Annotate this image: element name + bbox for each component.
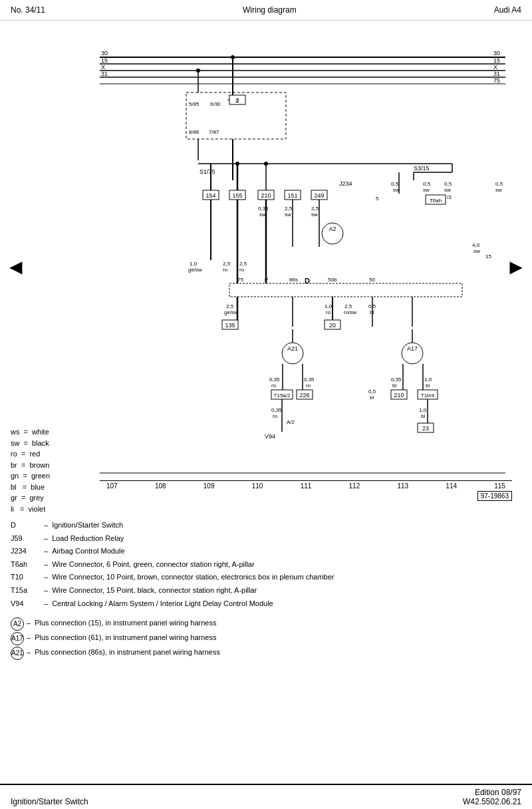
desc-J234: J234 – Airbag Control Module bbox=[11, 546, 521, 558]
desc-D: D – Ignition/Starter Switch bbox=[11, 520, 521, 532]
nav-arrow-right[interactable]: ► bbox=[505, 255, 527, 279]
svg-text:5: 5 bbox=[376, 196, 379, 202]
svg-text:7/87: 7/87 bbox=[209, 129, 219, 135]
svg-text:ge/sw: ge/sw bbox=[188, 267, 202, 273]
svg-text:0,5: 0,5 bbox=[368, 303, 376, 309]
footer-code: 97-19863 bbox=[481, 492, 509, 500]
svg-text:0,5: 0,5 bbox=[391, 181, 399, 187]
footer-edition: Edition 08/97 W42.5502.06.21 bbox=[463, 788, 521, 806]
svg-text:S3/15: S3/15 bbox=[414, 165, 430, 172]
svg-text:X: X bbox=[101, 64, 105, 71]
svg-text:A/2: A/2 bbox=[287, 419, 295, 425]
footer-title: Ignition/Starter Switch bbox=[11, 797, 88, 806]
svg-text:30: 30 bbox=[101, 50, 108, 57]
svg-text:210: 210 bbox=[261, 192, 271, 199]
svg-text:2,5: 2,5 bbox=[311, 206, 319, 212]
svg-text:1,0: 1,0 bbox=[325, 303, 332, 309]
svg-text:31: 31 bbox=[101, 71, 108, 77]
svg-text:50: 50 bbox=[369, 277, 375, 283]
desc-V94: V94 – Central Locking / Alarm System / I… bbox=[11, 598, 521, 610]
svg-text:ro/sw: ro/sw bbox=[344, 309, 356, 315]
color-legend: ws = white sw = black ro = red br = brow… bbox=[11, 426, 51, 513]
svg-text:bl: bl bbox=[370, 395, 374, 401]
svg-text:ro: ro bbox=[326, 309, 331, 315]
svg-text:ro: ro bbox=[223, 267, 228, 273]
svg-text:151: 151 bbox=[287, 192, 297, 199]
svg-text:0,35: 0,35 bbox=[271, 407, 282, 413]
desc-A2: A2 – Plus connection (15), in instrument… bbox=[11, 617, 521, 631]
svg-text:T10/4: T10/4 bbox=[421, 393, 435, 399]
svg-text:86s: 86s bbox=[289, 277, 298, 283]
svg-rect-87 bbox=[229, 283, 462, 297]
car-model: Audi A4 bbox=[494, 5, 521, 15]
svg-text:1,0: 1,0 bbox=[419, 407, 427, 413]
svg-text:226: 226 bbox=[299, 392, 309, 399]
footer-num-109: 109 bbox=[203, 482, 215, 490]
svg-text:75: 75 bbox=[237, 277, 243, 283]
svg-point-53 bbox=[235, 162, 239, 166]
svg-text:S1/75: S1/75 bbox=[200, 168, 215, 175]
svg-text:2,5: 2,5 bbox=[285, 206, 293, 212]
svg-text:0,5: 0,5 bbox=[495, 181, 503, 187]
svg-text:bl: bl bbox=[370, 309, 374, 315]
footer-num-112: 112 bbox=[349, 482, 360, 490]
svg-text:15: 15 bbox=[493, 57, 500, 64]
svg-text:75: 75 bbox=[493, 77, 500, 84]
svg-text:A21: A21 bbox=[287, 345, 298, 352]
svg-point-25 bbox=[196, 69, 200, 73]
diagram-area: ◄ ► 30 30 15 15 X X 31 31 75 J59 2 5/85 … bbox=[0, 21, 532, 513]
svg-text:210: 210 bbox=[394, 392, 404, 399]
svg-text:ro: ro bbox=[273, 413, 278, 419]
svg-text:V94: V94 bbox=[265, 433, 275, 440]
desc-T15a: T15a – Wire Connector, 15 Point, black, … bbox=[11, 585, 521, 597]
nav-arrow-left[interactable]: ◄ bbox=[5, 255, 27, 279]
svg-text:1,0: 1,0 bbox=[424, 377, 432, 383]
svg-text:249: 249 bbox=[314, 192, 324, 199]
svg-text:X: X bbox=[493, 64, 497, 71]
svg-text:sw: sw bbox=[444, 187, 451, 193]
svg-text:0,5: 0,5 bbox=[444, 181, 452, 187]
footer-num-107: 107 bbox=[106, 482, 118, 490]
svg-text:8/86: 8/86 bbox=[189, 129, 200, 135]
footer-num-108: 108 bbox=[155, 482, 166, 490]
diagram-title: Wiring diagram bbox=[243, 5, 297, 15]
svg-text:30: 30 bbox=[493, 50, 500, 57]
svg-text:6/30: 6/30 bbox=[210, 101, 221, 107]
svg-point-23 bbox=[231, 55, 235, 59]
desc-T6ah: T6ah – Wire Connector, 6 Point, green, c… bbox=[11, 559, 521, 571]
svg-text:31: 31 bbox=[493, 71, 500, 77]
svg-text:0,5: 0,5 bbox=[368, 389, 376, 395]
svg-text:ro: ro bbox=[271, 383, 277, 389]
svg-text:15: 15 bbox=[101, 57, 108, 64]
svg-text:50b: 50b bbox=[328, 277, 337, 283]
svg-text:2,5: 2,5 bbox=[226, 303, 234, 309]
component-descriptions: D – Ignition/Starter Switch J59 – Load R… bbox=[0, 513, 532, 668]
svg-text:sw: sw bbox=[393, 187, 400, 193]
svg-text:4,0: 4,0 bbox=[472, 242, 480, 248]
page-header: No. 34/11 Wiring diagram Audi A4 bbox=[0, 0, 532, 21]
svg-text:2,5: 2,5 bbox=[239, 261, 247, 267]
svg-text:sw: sw bbox=[423, 187, 430, 193]
desc-T10: T10 – Wire Connector, 10 Point, brown, c… bbox=[11, 571, 521, 583]
svg-point-54 bbox=[264, 162, 268, 166]
svg-text:0,35: 0,35 bbox=[269, 377, 280, 383]
svg-text:bl: bl bbox=[392, 383, 396, 389]
svg-text:A2: A2 bbox=[329, 226, 336, 232]
desc-J59: J59 – Load Reduction Relay bbox=[11, 533, 521, 545]
footer-num-113: 113 bbox=[397, 482, 408, 490]
svg-text:135: 135 bbox=[225, 322, 235, 329]
diagram-number: No. 34/11 bbox=[11, 5, 45, 15]
svg-text:15: 15 bbox=[485, 253, 491, 259]
svg-text:1,0: 1,0 bbox=[190, 261, 198, 267]
svg-text:5/85: 5/85 bbox=[189, 101, 200, 107]
svg-text:T6ah: T6ah bbox=[430, 198, 442, 204]
svg-text:ro: ro bbox=[239, 267, 245, 273]
svg-text:bl: bl bbox=[421, 413, 425, 419]
svg-text:T15a/2: T15a/2 bbox=[274, 393, 291, 399]
desc-A21: A21 – Plus connection (86s), in instrume… bbox=[11, 647, 521, 660]
footer-num-111: 111 bbox=[301, 482, 312, 490]
svg-text:ro: ro bbox=[306, 383, 311, 389]
svg-text:20: 20 bbox=[329, 322, 336, 329]
footer-num-115: 115 bbox=[494, 482, 505, 490]
svg-text:2,5: 2,5 bbox=[344, 303, 352, 309]
